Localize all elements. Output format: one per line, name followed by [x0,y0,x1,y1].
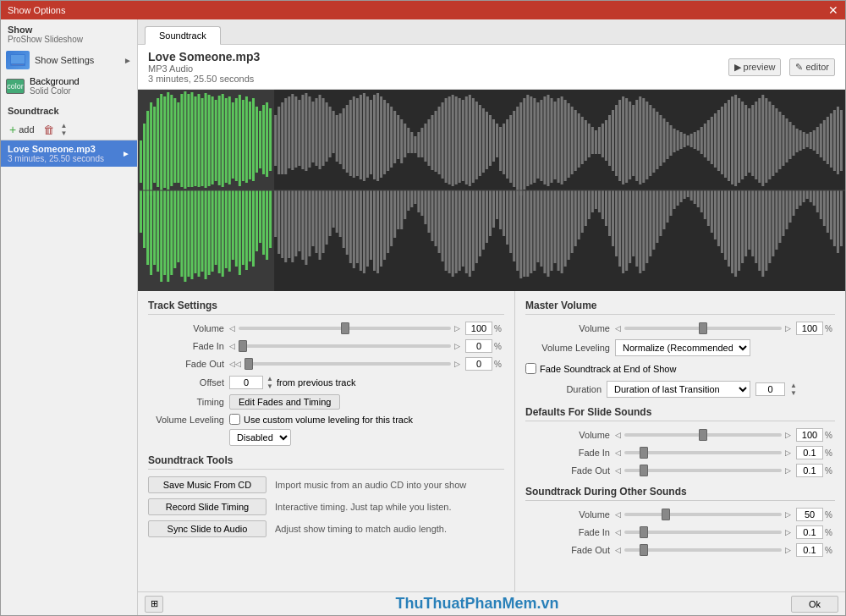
sd-volume-value-input[interactable] [796,508,823,521]
bottom-icon-button[interactable]: ⊞ [145,596,163,613]
vol-leveling-master-row: Volume Leveling Normalize (Recommended) [525,339,835,356]
svg-rect-377 [707,190,710,226]
svg-rect-196 [793,125,795,156]
sidebar-item-background[interactable]: color Background Solid Color [1,73,137,99]
duration-up-arrow[interactable]: ▲ [790,382,797,389]
dss-fade-in-slider[interactable] [624,451,782,454]
fade-out-slider[interactable] [244,362,451,366]
save-music-cd-button[interactable]: Save Music From CD [148,476,266,493]
dss-fade-in-value-input[interactable] [796,446,823,459]
offset-up-arrow[interactable]: ▲ [266,375,273,382]
add-soundtrack-button[interactable]: + add [6,121,38,138]
svg-rect-342 [588,190,591,219]
svg-rect-410 [820,190,822,219]
preview-button[interactable]: ▶ preview [728,58,782,76]
right-panel: Soundtrack Love Someone.mp3 MP3 Audio 3 … [138,19,845,615]
volume-slider-container: ◁ ▷ [229,324,460,333]
dss-volume-row: Volume ◁ ▷ % [525,428,835,442]
fade-soundtrack-checkbox[interactable] [525,363,536,374]
svg-rect-268 [336,190,338,233]
svg-rect-49 [291,94,294,170]
duration-select[interactable]: Duration of last Transition [607,381,750,398]
vol-leveling-dropdown[interactable]: Disabled [229,429,291,446]
svg-rect-311 [482,190,485,250]
svg-rect-175 [721,107,723,174]
svg-rect-405 [803,190,805,202]
svg-rect-351 [618,190,621,267]
editor-button[interactable]: ✎ editor [789,58,835,76]
svg-rect-312 [486,190,488,243]
master-volume-slider[interactable] [624,327,782,330]
svg-rect-402 [793,190,795,216]
vol-leveling-text: Use custom volume leveling for this trac… [244,415,413,425]
dss-volume-value-input[interactable] [796,428,823,442]
svg-rect-321 [516,190,519,271]
offset-down-arrow[interactable]: ▼ [266,382,273,390]
svg-rect-1 [11,55,25,63]
sort-down-button[interactable]: ▼ [61,129,68,137]
svg-rect-330 [547,190,549,277]
sd-fade-in-value-input[interactable] [796,525,823,539]
svg-rect-395 [768,190,771,263]
soundtrack-list-item[interactable]: Love Someone.mp3 3 minutes, 25.50 second… [1,140,137,167]
sd-fi-right-icon: ▷ [785,528,791,536]
svg-rect-31 [228,96,231,184]
ok-button[interactable]: Ok [791,596,838,613]
svg-rect-177 [728,100,730,181]
sidebar: Show ProShow Slideshow Show Settings ► c… [1,19,138,615]
master-volume-value-input[interactable] [796,322,823,335]
svg-rect-21 [194,96,196,186]
record-slide-timing-button[interactable]: Record Slide Timing [148,498,266,515]
close-button[interactable]: ✕ [828,3,838,17]
volume-slider[interactable] [239,327,451,330]
master-vol-value-container: % [796,322,835,335]
svg-rect-183 [748,108,750,173]
volume-value-container: 100 % [465,322,504,335]
play-icon: ▶ [734,62,741,73]
svg-rect-100 [465,96,468,184]
vol-leveling-master-select[interactable]: Normalize (Recommended) [615,339,750,356]
svg-rect-401 [789,190,792,223]
svg-rect-116 [519,102,522,195]
svg-rect-171 [707,120,710,161]
fade-out-value-input[interactable] [465,357,492,371]
vol-leveling-checkbox[interactable] [229,414,240,425]
svg-rect-360 [649,190,651,256]
svg-rect-270 [343,190,345,248]
dss-fade-out-slider[interactable] [624,469,782,472]
volume-slider-right-icon: ▷ [454,324,460,333]
svg-rect-60 [329,107,332,157]
dss-fade-out-value-input[interactable] [796,464,823,477]
svg-rect-190 [772,105,774,176]
sort-up-button[interactable]: ▲ [61,122,68,129]
sync-slide-audio-button[interactable]: Sync Slide to Audio [148,520,266,537]
sidebar-item-show-settings[interactable]: Show Settings ► [1,47,137,73]
svg-rect-57 [319,95,321,169]
dss-volume-slider[interactable] [624,433,782,437]
tab-soundtrack[interactable]: Soundtrack [145,26,221,45]
fade-in-value-input[interactable] [465,339,492,353]
fade-in-slider[interactable] [239,344,451,348]
delete-soundtrack-button[interactable]: 🗑 [41,122,56,138]
offset-input[interactable]: 0 [229,376,263,389]
svg-rect-393 [761,190,764,277]
svg-rect-380 [717,190,720,246]
edit-fades-timing-button[interactable]: Edit Fades and Timing [229,394,340,410]
svg-rect-228 [198,190,201,277]
svg-rect-365 [666,190,668,223]
svg-rect-354 [629,190,631,263]
duration-input[interactable] [755,382,785,396]
soundtrack-toolbar: + add 🗑 ▲ ▼ [1,119,137,140]
svg-rect-227 [194,190,196,273]
duration-down-arrow[interactable]: ▼ [790,389,797,397]
svg-rect-280 [376,190,379,273]
sd-fade-out-value-input[interactable] [796,543,823,557]
sd-fade-out-slider[interactable] [624,548,782,552]
volume-value-input[interactable]: 100 [465,322,492,335]
sd-volume-slider[interactable] [624,513,782,516]
svg-rect-363 [659,190,662,236]
svg-rect-232 [212,190,214,272]
sd-fade-in-slider[interactable] [624,531,782,534]
svg-rect-296 [431,190,433,241]
svg-rect-93 [442,102,444,179]
